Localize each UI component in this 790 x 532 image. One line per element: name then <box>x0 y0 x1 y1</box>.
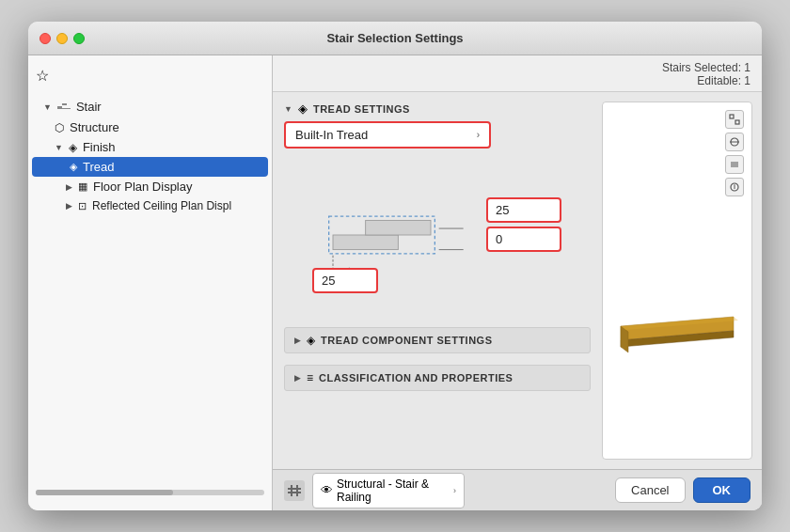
tread-preview-svg <box>611 289 743 364</box>
sidebar-item-stair[interactable]: Stair <box>28 96 272 117</box>
tool-btn-4[interactable] <box>725 178 744 196</box>
sidebar-item-ceiling-plan[interactable]: ⊡ Reflected Ceiling Plan Displ <box>28 196 272 215</box>
svg-rect-12 <box>735 120 739 124</box>
svg-rect-0 <box>57 106 62 108</box>
window-title: Stair Selection Settings <box>326 31 463 45</box>
tread-icon: ◈ <box>70 161 77 173</box>
minimize-button[interactable] <box>56 33 68 44</box>
expand-ceiling-arrow <box>66 201 72 211</box>
expand-stair-arrow <box>43 102 52 112</box>
ceiling-icon: ⊡ <box>78 200 87 212</box>
input-group-right: 25 0 <box>486 197 561 252</box>
settings-area: ◈ TREAD SETTINGS Built-In Tread › <box>273 92 602 469</box>
field3-input[interactable]: 25 <box>312 268 378 293</box>
tool-btn-3[interactable] <box>725 155 744 174</box>
footer-icon <box>284 480 305 501</box>
tool-btn-2[interactable] <box>725 133 744 151</box>
tread-settings-header: ◈ TREAD SETTINGS <box>284 102 591 116</box>
stats-line2: Editable: 1 <box>284 74 750 87</box>
dropdown-chevron: › <box>477 130 480 140</box>
svg-rect-11 <box>730 115 734 118</box>
expand-finish-arrow <box>55 143 63 152</box>
stats-line1: Stairs Selected: 1 <box>284 61 750 74</box>
finish-icon: ◈ <box>69 141 77 154</box>
tread-settings-section: ◈ TREAD SETTINGS Built-In Tread › <box>284 102 591 320</box>
classification-icon: ≡ <box>307 371 313 384</box>
expand-floor-plan-arrow <box>66 182 72 192</box>
classification-title: CLASSIFICATION AND PROPERTIES <box>319 372 513 383</box>
title-bar: Stair Selection Settings <box>28 22 762 55</box>
structure-icon: ⬡ <box>55 121 64 134</box>
main-body: ◈ TREAD SETTINGS Built-In Tread › <box>273 92 762 469</box>
sidebar-item-floor-plan-label: Floor Plan Display <box>93 180 193 194</box>
classification-arrow <box>294 373 301 383</box>
traffic-lights <box>40 33 85 44</box>
stats-header: Stairs Selected: 1 Editable: 1 <box>273 55 762 92</box>
floor-plan-icon: ▦ <box>78 180 87 193</box>
favorites-icon: ☆ <box>36 67 49 85</box>
tread-settings-arrow[interactable] <box>284 104 292 114</box>
classification-section[interactable]: ≡ CLASSIFICATION AND PROPERTIES <box>284 365 591 391</box>
svg-rect-4 <box>366 220 431 235</box>
tread-settings-icon: ◈ <box>298 102 308 116</box>
stair-railing-dropdown[interactable]: 👁 Structural - Stair & Railing › <box>312 473 465 509</box>
tread-component-icon: ◈ <box>307 334 315 347</box>
sidebar-icon-row: ☆ <box>36 67 264 85</box>
sidebar-item-stair-label: Stair <box>76 100 102 114</box>
svg-rect-27 <box>291 485 292 496</box>
ok-button[interactable]: OK <box>693 477 751 503</box>
sidebar-footer <box>28 482 272 503</box>
built-in-tread-dropdown[interactable]: Built-In Tread › <box>284 121 491 149</box>
svg-rect-28 <box>296 485 298 496</box>
maximize-button[interactable] <box>73 33 85 44</box>
main-panel: Stairs Selected: 1 Editable: 1 ◈ TREAD S… <box>273 55 762 510</box>
footer-dropdown-chevron: › <box>453 486 456 495</box>
footer: 👁 Structural - Stair & Railing › Cancel … <box>273 469 762 510</box>
field1-input[interactable]: 25 <box>486 197 561 223</box>
sidebar-item-floor-plan[interactable]: ▦ Floor Plan Display <box>28 177 272 196</box>
tread-settings-title: TREAD SETTINGS <box>313 103 410 115</box>
svg-rect-2 <box>57 108 71 109</box>
sidebar-item-finish[interactable]: ◈ Finish <box>28 137 272 157</box>
preview-tools <box>725 110 744 196</box>
tool-btn-1[interactable] <box>725 110 744 129</box>
svg-rect-1 <box>62 103 67 105</box>
sidebar-item-finish-label: Finish <box>83 140 116 154</box>
tread-component-section[interactable]: ◈ TREAD COMPONENT SETTINGS <box>284 327 591 353</box>
field2-input[interactable]: 0 <box>486 227 561 252</box>
tread-preview <box>611 289 743 367</box>
svg-rect-26 <box>288 492 301 493</box>
preview-panel <box>602 102 752 460</box>
sidebar-item-ceiling-label: Reflected Ceiling Plan Displ <box>92 199 231 212</box>
footer-dropdown-label: Structural - Stair & Railing <box>337 477 450 504</box>
input-group-bottom: 25 <box>312 268 378 293</box>
content-area: ☆ Stair ⬡ Structure ◈ Finish <box>28 55 762 510</box>
svg-rect-25 <box>288 488 301 490</box>
tread-dropdown-row: Built-In Tread › <box>284 121 591 149</box>
sidebar-item-structure-label: Structure <box>70 120 119 134</box>
cancel-button[interactable]: Cancel <box>615 477 685 503</box>
sidebar-item-structure[interactable]: ⬡ Structure <box>28 117 272 137</box>
stair-diagram-area: 25 0 25 <box>284 160 591 320</box>
visibility-icon: 👁 <box>321 483 333 497</box>
main-window: Stair Selection Settings ☆ Stair ⬡ Str <box>28 22 762 510</box>
tread-component-title: TREAD COMPONENT SETTINGS <box>321 335 493 346</box>
sidebar-item-tread-label: Tread <box>83 160 114 174</box>
stair-icon <box>57 99 71 115</box>
svg-rect-3 <box>333 235 398 250</box>
tread-component-arrow <box>294 336 301 345</box>
built-in-tread-label: Built-In Tread <box>295 128 368 142</box>
sidebar-item-tread[interactable]: ◈ Tread <box>32 157 268 177</box>
sidebar-header: ☆ <box>28 63 272 96</box>
sidebar: ☆ Stair ⬡ Structure ◈ Finish <box>28 55 273 510</box>
close-button[interactable] <box>40 33 51 44</box>
